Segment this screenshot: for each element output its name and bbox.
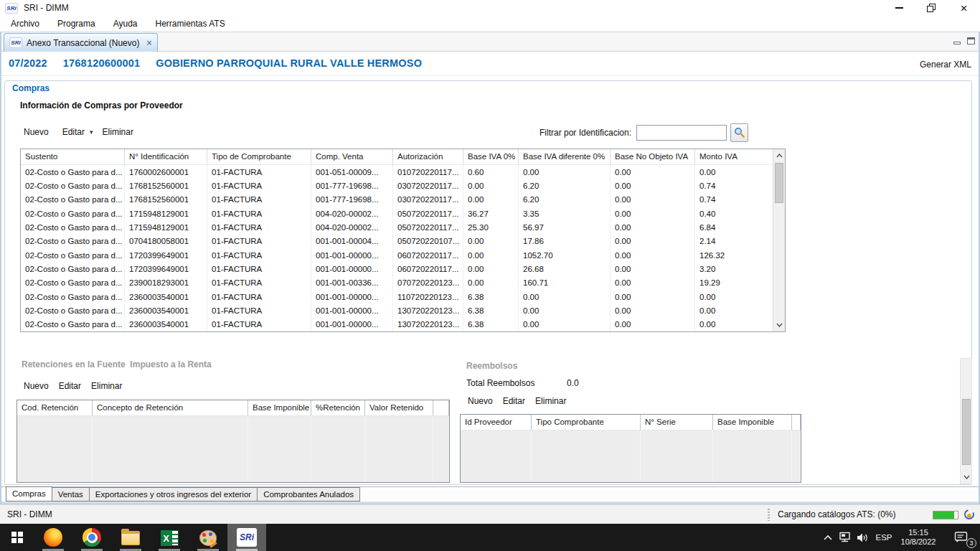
taskbar-file-explorer-button[interactable] (111, 524, 150, 551)
column-header-sustento[interactable]: Sustento (21, 149, 125, 164)
column-header-base-imponible[interactable]: Base Imponible (248, 400, 311, 415)
retenciones-editar-button[interactable]: Editar (59, 381, 81, 391)
column-header-autorizaci-n[interactable]: Autorización (393, 149, 463, 164)
cell: 001-001-00336... (311, 276, 393, 290)
restore-button[interactable] (915, 0, 948, 16)
scroll-down-icon[interactable] (773, 319, 785, 331)
scroll-down-icon[interactable] (961, 471, 972, 483)
table-row[interactable]: 02-Costo o Gasto para d...23600035400010… (21, 303, 774, 317)
table-row[interactable]: 02-Costo o Gasto para d...17203996490010… (21, 262, 774, 276)
table-row[interactable]: 02-Costo o Gasto para d...17681525600010… (21, 179, 774, 192)
reembolsos-nuevo-button[interactable]: Nuevo (468, 396, 493, 406)
taskbar-firefox-button[interactable] (34, 524, 72, 551)
bottom-tab-compras[interactable]: Compras (6, 486, 52, 501)
taskbar-paint-button[interactable] (189, 524, 227, 551)
column-header-valor-retenido[interactable]: Valor Retenido (365, 400, 433, 415)
menu-ayuda[interactable]: Ayuda (110, 17, 141, 30)
cell: 001-001-00000... (311, 262, 393, 276)
scrollbar-thumb[interactable] (962, 399, 971, 465)
column-header-cod-retenci-n[interactable]: Cod. Retención (17, 400, 93, 415)
close-button[interactable]: × (948, 0, 980, 16)
generar-xml-button[interactable]: Generar XML (920, 60, 971, 70)
editar-button[interactable]: Editar (62, 127, 85, 137)
taskbar-excel-button[interactable]: X (150, 524, 189, 551)
editar-dropdown-arrow-icon[interactable]: ▾ (90, 128, 93, 136)
bottom-tab-comprobantes-anulados[interactable]: Comprobantes Anulados (257, 487, 360, 501)
table-row[interactable]: 02-Costo o Gasto para d...17159481290010… (21, 220, 774, 234)
cell: 02-Costo o Gasto para d... (21, 262, 125, 276)
view-minimize-icon[interactable] (953, 42, 961, 44)
sri-logo-icon: SRi (5, 3, 18, 14)
column-header-base-iva-diferente-0[interactable]: Base IVA diferente 0% (519, 149, 611, 164)
view-maximize-icon[interactable] (967, 37, 975, 44)
column-header-base-imponible[interactable]: Base Imponible (713, 415, 792, 430)
tab-close-icon[interactable]: × (146, 38, 151, 48)
tray-language-button[interactable]: ESP (872, 524, 895, 551)
empty-cell (248, 416, 311, 482)
menu-bar: ArchivoProgramaAyudaHerramientas ATS (0, 16, 980, 32)
table-row[interactable]: 02-Costo o Gasto para d...23600035400010… (21, 318, 774, 331)
tab-anexo-transaccional[interactable]: SRi Anexo Transaccional (Nuevo) × (4, 33, 158, 52)
table-row[interactable]: 02-Costo o Gasto para d...17681525600010… (21, 193, 774, 207)
cell: 01-FACTURA (207, 235, 311, 248)
table-row[interactable]: 02-Costo o Gasto para d...07041800580010… (21, 235, 774, 248)
column-header-base-no-objeto-iva[interactable]: Base No Objeto IVA (611, 149, 695, 164)
view-tab-label: Anexo Transaccional (Nuevo) (27, 38, 139, 48)
bottom-tab-ventas[interactable]: Ventas (52, 487, 90, 501)
content-scrollbar[interactable] (960, 358, 972, 484)
column-header-monto-iva[interactable]: Monto IVA (695, 149, 774, 164)
column-header-id-proveedor[interactable]: Id Proveedor (461, 415, 532, 430)
background-task-icon[interactable] (963, 509, 975, 523)
table-row[interactable]: 02-Costo o Gasto para d...17159481290010… (21, 207, 774, 220)
eliminar-button[interactable]: Eliminar (103, 127, 133, 137)
column-header-comp-venta[interactable]: Comp. Venta (311, 149, 393, 164)
column-header-tipo-comprobante[interactable]: Tipo Comprobante (532, 415, 641, 430)
retenciones-eliminar-button[interactable]: Eliminar (91, 381, 122, 391)
column-header-tipo-de-comprobante[interactable]: Tipo de Comprobante (207, 149, 311, 164)
taskbar-chrome-button[interactable] (72, 524, 111, 551)
column-header-n-serie[interactable]: N° Serie (641, 415, 713, 430)
tray-clock-button[interactable]: 15:15 10/8/2022 (895, 524, 941, 551)
bottom-tab-exportaciones-y-otros-ingresos-del-exterior[interactable]: Exportaciones y otros ingresos del exter… (89, 487, 258, 501)
cell: 2.14 (695, 235, 774, 248)
tray-notifications-button[interactable]: 3 (946, 524, 977, 551)
empty-cell-filler (792, 430, 801, 482)
document-header-info: 07/2022 1768120600001 GOBIERNO PARROQUIA… (9, 57, 422, 69)
taskbar-sri-button[interactable]: SRi (227, 524, 266, 551)
scroll-up-icon[interactable] (773, 150, 785, 161)
cell: 36.27 (463, 207, 519, 220)
cell: 0.00 (519, 165, 611, 179)
table-row[interactable]: 02-Costo o Gasto para d...23600035400010… (21, 290, 774, 303)
cell: 56.97 (519, 220, 611, 234)
column-header-n-identificaci-n[interactable]: N° Identificación (125, 149, 207, 164)
firefox-icon (44, 528, 62, 547)
column-header-concepto-de-retenci-n[interactable]: Concepto de Retención (93, 400, 248, 415)
search-button[interactable] (730, 123, 748, 142)
cell: 001-001-00000... (311, 248, 393, 262)
menu-herramientas-ats[interactable]: Herramientas ATS (152, 17, 229, 30)
cell: 001-777-19698... (311, 193, 393, 207)
retenciones-section-title: Retenciones en la Fuente Impuesto a la R… (22, 359, 212, 369)
menu-archivo[interactable]: Archivo (7, 17, 43, 30)
table-row[interactable]: 02-Costo o Gasto para d...17600026000010… (21, 165, 774, 179)
scrollbar-thumb[interactable] (775, 163, 783, 203)
filter-input[interactable] (636, 125, 727, 141)
reembolsos-editar-button[interactable]: Editar (503, 396, 525, 406)
cell: 130720220123... (393, 318, 463, 331)
table-row[interactable]: 02-Costo o Gasto para d...23900182930010… (21, 276, 774, 290)
tray-volume-button[interactable] (853, 524, 872, 551)
reembolsos-eliminar-button[interactable]: Eliminar (535, 396, 566, 406)
compras-table-scrollbar[interactable] (773, 149, 785, 331)
column-header-retenci-n[interactable]: %Retención (311, 400, 365, 415)
retenciones-nuevo-button[interactable]: Nuevo (24, 381, 49, 391)
tray-network-button[interactable] (834, 524, 854, 551)
minimize-button[interactable] (883, 0, 915, 16)
column-header-base-iva-0[interactable]: Base IVA 0% (463, 149, 519, 164)
nuevo-button[interactable]: Nuevo (24, 127, 49, 137)
compras-subtitle: Información de Compras por Proveedor (20, 100, 183, 110)
menu-programa[interactable]: Programa (54, 17, 99, 30)
start-button[interactable] (0, 524, 34, 551)
compras-tab-content: Compras Información de Compras por Prove… (0, 77, 980, 486)
cell: 030720220117... (393, 179, 463, 192)
table-row[interactable]: 02-Costo o Gasto para d...17203996490010… (21, 248, 774, 262)
